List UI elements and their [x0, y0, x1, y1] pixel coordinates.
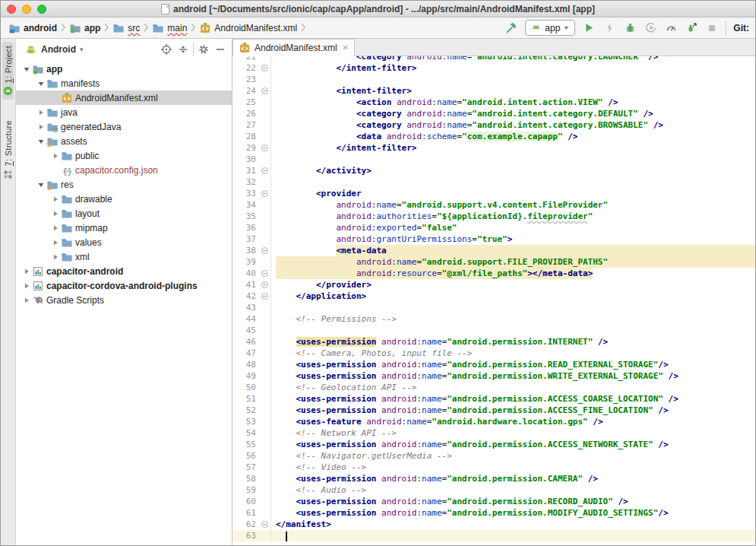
- code-line-63[interactable]: 63: [232, 530, 755, 541]
- tree-item-mipmap[interactable]: mipmap: [16, 221, 232, 235]
- build-hammer-button[interactable]: [505, 21, 518, 35]
- code-line-30[interactable]: 30: [232, 154, 755, 165]
- chevron-down-icon[interactable]: [35, 181, 46, 189]
- code-line-32[interactable]: 32: [232, 176, 755, 188]
- chevron-right-icon[interactable]: [35, 123, 46, 131]
- fold-marker[interactable]: –: [261, 167, 268, 174]
- chevron-right-icon[interactable]: [21, 268, 32, 275]
- tree-item-generatedjava[interactable]: generatedJava: [16, 119, 232, 134]
- tree-item-res[interactable]: res: [16, 177, 232, 192]
- chevron-right-icon[interactable]: [49, 239, 61, 246]
- chevron-right-icon[interactable]: [21, 282, 32, 290]
- code-line-39[interactable]: 39 android:name="android.support.FILE_PR…: [232, 256, 755, 268]
- chevron-right-icon[interactable]: [49, 152, 61, 160]
- code-line-41[interactable]: 41– </provider>: [232, 279, 755, 290]
- code-line-24[interactable]: 24– <intent-filter>: [232, 85, 755, 97]
- debug-button[interactable]: [623, 21, 637, 35]
- breadcrumb-item-android[interactable]: android: [7, 21, 59, 35]
- code-line-58[interactable]: 58 <uses-permission android:name="androi…: [232, 473, 755, 484]
- code-line-52[interactable]: 52 <uses-permission android:name="androi…: [232, 405, 755, 416]
- code-line-43[interactable]: 43: [232, 302, 755, 313]
- close-window-button[interactable]: [7, 5, 16, 14]
- attach-debugger-button[interactable]: [685, 21, 698, 35]
- fold-marker[interactable]: –: [261, 247, 268, 254]
- fold-marker[interactable]: –: [261, 87, 268, 94]
- code-line-36[interactable]: 36 android:exported="false": [232, 222, 755, 233]
- code-line-37[interactable]: 37 android:grantUriPermissions="true">: [232, 233, 755, 245]
- code-line-25[interactable]: 25 <action android:name="android.intent.…: [232, 97, 755, 108]
- tool-window-tab-1-project[interactable]: 1: Project: [2, 42, 14, 100]
- collapse-all-icon-button[interactable]: [176, 43, 190, 56]
- breadcrumb-item-app[interactable]: app: [68, 21, 102, 35]
- tab-androidmanifest[interactable]: AndroidManifest.xml ×: [232, 39, 355, 56]
- chevron-down-icon[interactable]: [35, 80, 46, 87]
- chevron-right-icon[interactable]: [49, 253, 61, 261]
- fold-marker[interactable]: –: [261, 190, 268, 197]
- tool-window-tab-7-structure[interactable]: 7: Structure: [2, 116, 14, 183]
- hide-panel-icon-button[interactable]: [214, 43, 227, 56]
- chevron-right-icon[interactable]: [49, 224, 61, 232]
- code-line-60[interactable]: 60 <uses-permission android:name="androi…: [232, 496, 755, 507]
- fold-marker[interactable]: –: [261, 293, 268, 300]
- zoom-window-button[interactable]: [37, 5, 46, 14]
- tree-item-assets[interactable]: assets: [16, 134, 232, 148]
- code-line-34[interactable]: 34 android:name="android.support.v4.cont…: [232, 199, 755, 211]
- code-line-35[interactable]: 35 android:authorities="${applicationId}…: [232, 211, 755, 222]
- tree-item-java[interactable]: java: [16, 105, 232, 119]
- code-line-47[interactable]: 47 <!-- Camera, Photos, input file -->: [232, 348, 755, 359]
- code-line-61[interactable]: 61 <uses-permission android:name="androi…: [232, 507, 755, 519]
- tree-item-public[interactable]: public: [16, 148, 232, 163]
- code-line-28[interactable]: 28 <data android:scheme="com.example.cap…: [232, 131, 755, 142]
- code-line-21[interactable]: 21 <category android:name="android.inten…: [232, 56, 755, 62]
- tree-item-drawable[interactable]: drawable: [16, 192, 232, 206]
- breadcrumb-item-main[interactable]: main: [150, 21, 188, 35]
- code-line-44[interactable]: 44 <!-- Permissions -->: [232, 313, 755, 325]
- code-line-49[interactable]: 49 <uses-permission android:name="androi…: [232, 370, 755, 382]
- breadcrumb-item-src[interactable]: src: [111, 21, 141, 35]
- tree-item-xml[interactable]: xml: [16, 249, 232, 264]
- run-button[interactable]: [582, 21, 596, 35]
- code-line-48[interactable]: 48 <uses-permission android:name="androi…: [232, 359, 755, 370]
- tree-item-values[interactable]: values: [16, 235, 232, 249]
- fold-marker[interactable]: –: [261, 270, 268, 277]
- code-line-54[interactable]: 54 <!-- Network API -->: [232, 427, 755, 439]
- code-line-33[interactable]: 33– <provider: [232, 188, 755, 199]
- code-line-23[interactable]: 23: [232, 74, 755, 85]
- tree-item-capacitor-config-json[interactable]: {}capacitor.config.json: [16, 163, 232, 177]
- chevron-down-icon[interactable]: [35, 138, 46, 145]
- tree-item-gradle-scripts[interactable]: Gradle Scripts: [16, 293, 232, 307]
- fold-marker[interactable]: –: [261, 144, 268, 151]
- chevron-right-icon[interactable]: [49, 210, 61, 217]
- code-line-38[interactable]: 38– <meta-data: [232, 245, 755, 256]
- project-view-selector[interactable]: Android: [41, 44, 76, 55]
- code-line-22[interactable]: 22– </intent-filter>: [232, 62, 755, 74]
- code-line-46[interactable]: 46 <uses-permission android:name="androi…: [232, 336, 755, 348]
- apply-changes-button[interactable]: [603, 21, 616, 35]
- chevron-down-icon[interactable]: ▾: [80, 46, 84, 53]
- code-line-56[interactable]: 56 <!-- Navigator.getUserMedia -->: [232, 450, 755, 462]
- chevron-down-icon[interactable]: [21, 65, 32, 73]
- fold-marker[interactable]: –: [261, 281, 268, 288]
- stop-button[interactable]: [705, 21, 719, 35]
- breadcrumb-item-androidmanifest-xml[interactable]: AndroidManifest.xml: [198, 21, 299, 35]
- code-line-51[interactable]: 51 <uses-permission android:name="androi…: [232, 393, 755, 405]
- code-line-42[interactable]: 42– </application>: [232, 290, 755, 302]
- code-line-59[interactable]: 59 <!-- Audio -->: [232, 484, 755, 496]
- code-line-26[interactable]: 26 <category android:name="android.inten…: [232, 108, 755, 119]
- code-line-45[interactable]: 45: [232, 325, 755, 336]
- code-line-27[interactable]: 27 <category android:name="android.inten…: [232, 119, 755, 131]
- code-line-31[interactable]: 31– </activity>: [232, 165, 755, 176]
- fold-marker[interactable]: –: [261, 521, 268, 528]
- tree-item-layout[interactable]: layout: [16, 206, 232, 221]
- code-line-40[interactable]: 40– android:resource="@xml/file_paths"><…: [232, 268, 755, 279]
- tree-item-capacitor-android[interactable]: capacitor-android: [16, 264, 232, 278]
- run-config-select[interactable]: app: [525, 20, 575, 36]
- tree-item-manifests[interactable]: manifests: [16, 76, 232, 90]
- tree-item-capacitor-cordova-android-plugins[interactable]: capacitor-cordova-android-plugins: [16, 278, 232, 293]
- code-line-62[interactable]: 62–</manifest>: [232, 519, 755, 530]
- close-tab-icon[interactable]: ×: [341, 43, 349, 52]
- code-line-29[interactable]: 29– </intent-filter>: [232, 142, 755, 154]
- fold-marker[interactable]: –: [261, 65, 268, 71]
- run-coverage-button[interactable]: [644, 21, 657, 35]
- chevron-right-icon[interactable]: [21, 297, 32, 304]
